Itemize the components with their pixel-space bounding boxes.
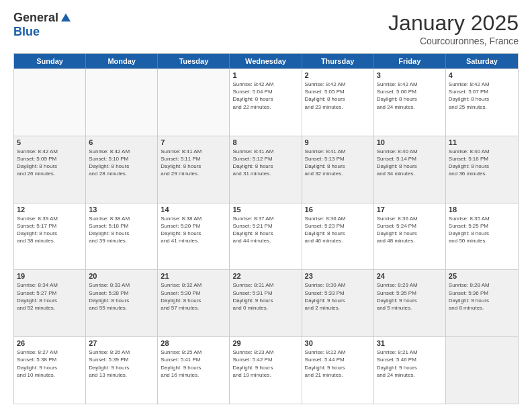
calendar-cell: 9Sunrise: 8:41 AM Sunset: 5:13 PM Daylig… <box>302 136 374 203</box>
svg-marker-0 <box>61 13 71 21</box>
day-number: 5 <box>17 138 83 146</box>
calendar-cell: 17Sunrise: 8:36 AM Sunset: 5:24 PM Dayli… <box>374 203 446 270</box>
calendar-row-5: 26Sunrise: 8:27 AM Sunset: 5:38 PM Dayli… <box>14 336 518 404</box>
day-number: 15 <box>232 205 298 214</box>
calendar-body: 1Sunrise: 8:42 AM Sunset: 5:04 PM Daylig… <box>14 68 518 404</box>
calendar-header: SundayMondayTuesdayWednesdayThursdayFrid… <box>14 54 518 68</box>
day-number: 29 <box>232 339 298 347</box>
day-number: 24 <box>377 272 443 280</box>
day-number: 2 <box>305 71 371 79</box>
header: General Blue January 2025 Courcouronnes,… <box>13 11 519 46</box>
weekday-header-friday: Friday <box>374 54 446 68</box>
logo-icon <box>60 12 72 24</box>
day-number: 6 <box>89 138 154 146</box>
calendar-cell: 8Sunrise: 8:41 AM Sunset: 5:12 PM Daylig… <box>230 136 302 203</box>
calendar-cell: 3Sunrise: 8:42 AM Sunset: 5:06 PM Daylig… <box>374 69 446 136</box>
day-number: 3 <box>377 71 443 79</box>
day-number: 9 <box>305 138 371 146</box>
day-info: Sunrise: 8:27 AM Sunset: 5:38 PM Dayligh… <box>17 349 83 379</box>
calendar-cell: 24Sunrise: 8:29 AM Sunset: 5:35 PM Dayli… <box>374 270 446 336</box>
calendar-cell: 25Sunrise: 8:28 AM Sunset: 5:36 PM Dayli… <box>446 270 518 336</box>
day-info: Sunrise: 8:36 AM Sunset: 5:24 PM Dayligh… <box>377 215 443 245</box>
weekday-header-wednesday: Wednesday <box>230 54 302 68</box>
day-info: Sunrise: 8:38 AM Sunset: 5:20 PM Dayligh… <box>161 215 226 245</box>
header-right: January 2025 Courcouronnes, France <box>388 11 519 46</box>
calendar-row-1: 1Sunrise: 8:42 AM Sunset: 5:04 PM Daylig… <box>14 68 518 136</box>
day-number: 22 <box>232 272 298 280</box>
day-number: 12 <box>17 205 83 214</box>
day-info: Sunrise: 8:40 AM Sunset: 5:16 PM Dayligh… <box>449 148 515 178</box>
day-info: Sunrise: 8:35 AM Sunset: 5:25 PM Dayligh… <box>449 215 515 245</box>
day-info: Sunrise: 8:42 AM Sunset: 5:05 PM Dayligh… <box>305 81 371 111</box>
day-number: 10 <box>377 138 443 146</box>
calendar-row-4: 19Sunrise: 8:34 AM Sunset: 5:27 PM Dayli… <box>14 269 518 336</box>
day-number: 16 <box>305 205 371 214</box>
day-number: 20 <box>89 272 154 280</box>
day-number: 4 <box>449 71 515 79</box>
day-info: Sunrise: 8:26 AM Sunset: 5:39 PM Dayligh… <box>89 349 154 379</box>
month-title: January 2025 <box>388 11 519 36</box>
calendar-row-2: 5Sunrise: 8:42 AM Sunset: 5:09 PM Daylig… <box>14 136 518 203</box>
weekday-header-thursday: Thursday <box>302 54 374 68</box>
calendar-cell <box>14 69 86 136</box>
day-number: 7 <box>161 138 226 146</box>
day-info: Sunrise: 8:41 AM Sunset: 5:11 PM Dayligh… <box>161 148 226 178</box>
calendar-cell: 12Sunrise: 8:39 AM Sunset: 5:17 PM Dayli… <box>14 203 86 270</box>
day-number: 21 <box>161 272 226 280</box>
calendar-cell: 11Sunrise: 8:40 AM Sunset: 5:16 PM Dayli… <box>446 136 518 203</box>
day-info: Sunrise: 8:28 AM Sunset: 5:36 PM Dayligh… <box>449 281 515 312</box>
calendar-cell <box>158 69 230 136</box>
day-info: Sunrise: 8:41 AM Sunset: 5:12 PM Dayligh… <box>232 148 298 178</box>
day-info: Sunrise: 8:39 AM Sunset: 5:17 PM Dayligh… <box>17 215 83 245</box>
day-info: Sunrise: 8:23 AM Sunset: 5:42 PM Dayligh… <box>232 349 298 379</box>
page: General Blue January 2025 Courcouronnes,… <box>0 0 532 411</box>
calendar-cell: 1Sunrise: 8:42 AM Sunset: 5:04 PM Daylig… <box>230 69 302 136</box>
day-info: Sunrise: 8:34 AM Sunset: 5:27 PM Dayligh… <box>17 281 83 312</box>
calendar-cell: 31Sunrise: 8:21 AM Sunset: 5:46 PM Dayli… <box>374 337 446 404</box>
day-number: 19 <box>17 272 83 280</box>
day-number: 17 <box>377 205 443 214</box>
calendar-cell: 14Sunrise: 8:38 AM Sunset: 5:20 PM Dayli… <box>158 203 230 270</box>
day-info: Sunrise: 8:32 AM Sunset: 5:30 PM Dayligh… <box>161 281 226 312</box>
location: Courcouronnes, France <box>388 36 519 46</box>
day-info: Sunrise: 8:42 AM Sunset: 5:06 PM Dayligh… <box>377 81 443 111</box>
day-info: Sunrise: 8:37 AM Sunset: 5:21 PM Dayligh… <box>232 215 298 245</box>
calendar: SundayMondayTuesdayWednesdayThursdayFrid… <box>13 53 519 404</box>
calendar-cell <box>446 337 518 404</box>
calendar-cell: 30Sunrise: 8:22 AM Sunset: 5:44 PM Dayli… <box>302 337 374 404</box>
calendar-cell: 16Sunrise: 8:36 AM Sunset: 5:23 PM Dayli… <box>302 203 374 270</box>
day-number: 31 <box>377 339 443 347</box>
day-info: Sunrise: 8:42 AM Sunset: 5:10 PM Dayligh… <box>89 148 154 178</box>
day-number: 18 <box>449 205 515 214</box>
day-info: Sunrise: 8:33 AM Sunset: 5:28 PM Dayligh… <box>89 281 154 312</box>
day-number: 11 <box>449 138 515 146</box>
calendar-cell: 18Sunrise: 8:35 AM Sunset: 5:25 PM Dayli… <box>446 203 518 270</box>
weekday-header-saturday: Saturday <box>446 54 518 68</box>
day-info: Sunrise: 8:40 AM Sunset: 5:14 PM Dayligh… <box>377 148 443 178</box>
logo: General Blue <box>13 11 72 39</box>
calendar-cell: 2Sunrise: 8:42 AM Sunset: 5:05 PM Daylig… <box>302 69 374 136</box>
day-info: Sunrise: 8:42 AM Sunset: 5:09 PM Dayligh… <box>17 148 83 178</box>
logo-blue-text: Blue <box>13 25 40 39</box>
day-info: Sunrise: 8:36 AM Sunset: 5:23 PM Dayligh… <box>305 215 371 245</box>
calendar-row-3: 12Sunrise: 8:39 AM Sunset: 5:17 PM Dayli… <box>14 203 518 270</box>
weekday-header-monday: Monday <box>86 54 158 68</box>
calendar-cell: 23Sunrise: 8:30 AM Sunset: 5:33 PM Dayli… <box>302 270 374 336</box>
calendar-cell: 20Sunrise: 8:33 AM Sunset: 5:28 PM Dayli… <box>86 270 158 336</box>
day-info: Sunrise: 8:25 AM Sunset: 5:41 PM Dayligh… <box>161 349 226 379</box>
calendar-cell: 7Sunrise: 8:41 AM Sunset: 5:11 PM Daylig… <box>158 136 230 203</box>
calendar-cell: 4Sunrise: 8:42 AM Sunset: 5:07 PM Daylig… <box>446 69 518 136</box>
calendar-cell: 21Sunrise: 8:32 AM Sunset: 5:30 PM Dayli… <box>158 270 230 336</box>
day-info: Sunrise: 8:31 AM Sunset: 5:31 PM Dayligh… <box>232 281 298 312</box>
day-number: 23 <box>305 272 371 280</box>
calendar-cell: 5Sunrise: 8:42 AM Sunset: 5:09 PM Daylig… <box>14 136 86 203</box>
day-info: Sunrise: 8:22 AM Sunset: 5:44 PM Dayligh… <box>305 349 371 379</box>
day-number: 1 <box>232 71 298 79</box>
weekday-header-sunday: Sunday <box>14 54 86 68</box>
day-number: 13 <box>89 205 154 214</box>
calendar-cell: 19Sunrise: 8:34 AM Sunset: 5:27 PM Dayli… <box>14 270 86 336</box>
day-info: Sunrise: 8:41 AM Sunset: 5:13 PM Dayligh… <box>305 148 371 178</box>
calendar-cell: 15Sunrise: 8:37 AM Sunset: 5:21 PM Dayli… <box>230 203 302 270</box>
calendar-cell: 29Sunrise: 8:23 AM Sunset: 5:42 PM Dayli… <box>230 337 302 404</box>
calendar-cell <box>86 69 158 136</box>
